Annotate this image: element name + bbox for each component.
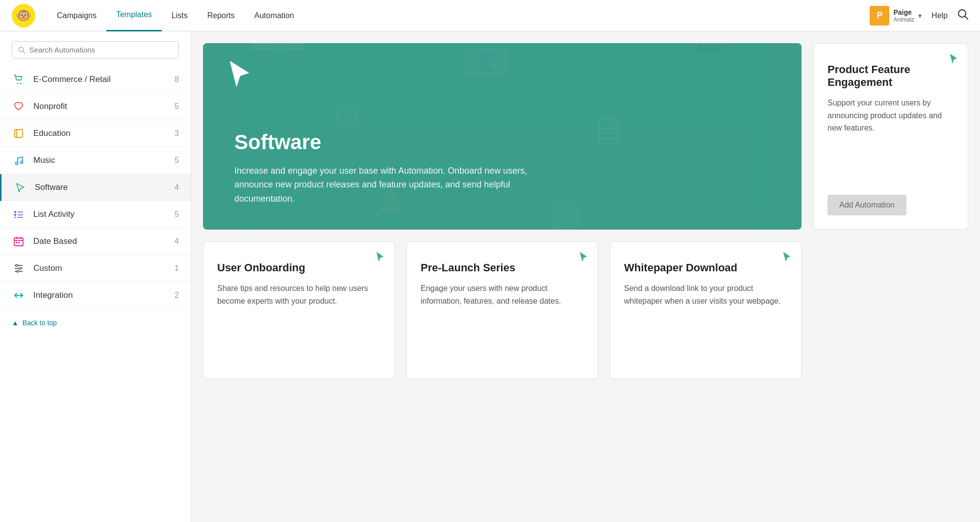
sidebar-item-label: Custom: [33, 263, 175, 273]
svg-point-28: [19, 267, 21, 269]
back-to-top[interactable]: ▲ Back to top: [0, 309, 191, 337]
music-icon: [12, 155, 25, 166]
avatar: P: [870, 6, 889, 26]
sidebar-item-count: 5: [175, 156, 179, 165]
svg-point-29: [17, 270, 19, 272]
sidebar-item-software[interactable]: Software 4: [0, 174, 191, 201]
card-pre-launch: Pre-Launch Series Engage your users with…: [406, 241, 598, 379]
help-button[interactable]: Help: [931, 11, 948, 20]
featured-card-description: Support your current users by announcing…: [828, 97, 954, 183]
svg-rect-12: [14, 211, 16, 213]
svg-rect-23: [18, 242, 20, 243]
card-cursor-icon: [782, 252, 791, 265]
svg-text:🐵: 🐵: [16, 7, 32, 23]
search-icon: [18, 46, 25, 54]
svg-rect-13: [14, 214, 16, 216]
featured-card-title: Product Feature Engagement: [828, 63, 954, 89]
sidebar-item-label: E-Commerce / Retail: [33, 75, 175, 84]
svg-rect-14: [14, 217, 16, 218]
sidebar-item-label: Integration: [33, 290, 175, 300]
sidebar-item-count: 8: [175, 75, 179, 84]
user-name: Paige: [893, 8, 914, 16]
sidebar-item-label: Education: [33, 129, 175, 138]
sidebar-item-custom[interactable]: Custom 1: [0, 255, 191, 282]
featured-card: Product Feature Engagement Support your …: [813, 43, 968, 230]
svg-rect-8: [15, 130, 23, 137]
card-title: Pre-Launch Series: [421, 261, 584, 274]
nav-templates[interactable]: Templates: [106, 0, 162, 31]
card-cursor-icon: [579, 252, 588, 265]
sidebar-item-label: Software: [35, 183, 175, 192]
chevron-up-icon: ▲: [12, 319, 19, 327]
sidebar-item-count: 3: [175, 129, 179, 138]
user-info: Paige Animalz: [893, 8, 914, 23]
sidebar: E-Commerce / Retail 8 Nonprofit 5 Educat…: [0, 31, 191, 522]
card-description: Send a download link to your product whi…: [624, 282, 787, 365]
content-area: 💻 ⚙ 📧 🖥 📱 🔔 📄 🔗 S: [191, 31, 980, 522]
svg-text:🔗: 🔗: [733, 203, 771, 230]
sidebar-item-date-based[interactable]: Date Based 4: [0, 228, 191, 255]
sliders-icon: [12, 263, 25, 274]
sidebar-item-list-activity[interactable]: List Activity 5: [0, 201, 191, 228]
sidebar-item-label: Music: [33, 156, 175, 165]
app-logo[interactable]: 🐵: [12, 4, 35, 27]
user-menu[interactable]: P Paige Animalz ▾: [870, 6, 922, 26]
header-right: P Paige Animalz ▾ Help: [870, 6, 968, 26]
heart-icon: [12, 101, 25, 112]
search-icon: [957, 9, 968, 20]
page-layout: E-Commerce / Retail 8 Nonprofit 5 Educat…: [0, 31, 980, 522]
svg-point-6: [17, 83, 19, 84]
main-content: 💻 ⚙ 📧 🖥 📱 🔔 📄 🔗 S: [191, 31, 813, 522]
svg-line-5: [23, 51, 25, 53]
search-button[interactable]: [957, 9, 968, 22]
sidebar-item-count: 5: [175, 210, 179, 219]
app-header: 🐵 Campaigns Templates Lists Reports Auto…: [0, 0, 980, 31]
svg-text:💻: 💻: [246, 43, 310, 55]
svg-text:⚙: ⚙: [331, 97, 362, 135]
card-title: Whitepaper Download: [624, 261, 787, 274]
svg-point-10: [16, 162, 18, 165]
sidebar-item-label: Date Based: [33, 236, 175, 246]
svg-line-3: [965, 17, 968, 20]
svg-point-7: [20, 83, 22, 84]
search-container: [0, 31, 191, 66]
search-input[interactable]: [29, 46, 173, 54]
card-cursor-icon: [949, 53, 958, 67]
sidebar-item-nonprofit[interactable]: Nonprofit 5: [0, 93, 191, 120]
list-icon: [12, 209, 25, 220]
card-title: User Onboarding: [217, 261, 380, 274]
card-description: Engage your users with new product infor…: [421, 282, 584, 365]
sidebar-item-count: 4: [175, 183, 179, 192]
sidebar-item-label: Nonprofit: [33, 102, 175, 111]
automation-cards: User Onboarding Share tips and resources…: [203, 241, 802, 379]
chevron-down-icon: ▾: [918, 12, 922, 20]
sidebar-item-label: List Activity: [33, 209, 175, 219]
search-wrap[interactable]: [12, 41, 179, 58]
nav-reports[interactable]: Reports: [198, 0, 245, 31]
nav-campaigns[interactable]: Campaigns: [47, 0, 106, 31]
sidebar-item-integration[interactable]: Integration 2: [0, 282, 191, 309]
hero-title: Software: [234, 130, 778, 154]
sidebar-item-count: 4: [175, 237, 179, 246]
svg-rect-22: [16, 242, 17, 243]
svg-text:📱: 📱: [682, 43, 741, 54]
back-to-top-label: Back to top: [23, 319, 57, 327]
hero-card: 💻 ⚙ 📧 🖥 📱 🔔 📄 🔗 S: [203, 43, 802, 230]
card-description: Share tips and resources to help new use…: [217, 282, 380, 365]
nav-lists[interactable]: Lists: [162, 0, 198, 31]
book-icon: [12, 128, 25, 139]
sidebar-item-count: 1: [175, 264, 179, 273]
svg-point-2: [958, 10, 966, 17]
cursor-icon: [13, 182, 27, 193]
add-automation-button[interactable]: Add Automation: [828, 195, 906, 215]
sidebar-item-music[interactable]: Music 5: [0, 147, 191, 174]
main-nav: Campaigns Templates Lists Reports Automa…: [47, 0, 870, 31]
sidebar-item-education[interactable]: Education 3: [0, 120, 191, 147]
sidebar-item-count: 2: [175, 291, 179, 300]
hero-cursor-icon: [226, 61, 252, 97]
sidebar-item-ecommerce[interactable]: E-Commerce / Retail 8: [0, 66, 191, 93]
card-user-onboarding: User Onboarding Share tips and resources…: [203, 241, 395, 379]
nav-automation[interactable]: Automation: [245, 0, 304, 31]
calendar-icon: [12, 236, 25, 247]
svg-point-11: [21, 161, 23, 164]
